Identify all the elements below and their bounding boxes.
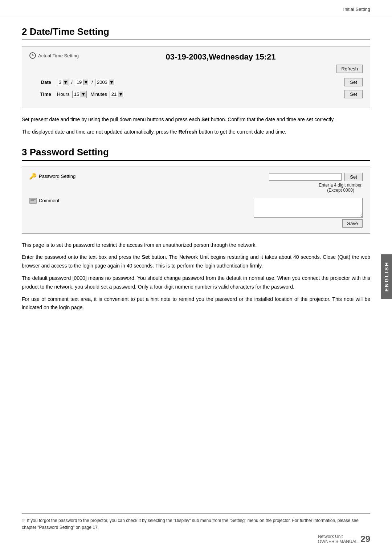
comment-icon: [29, 198, 37, 204]
footnote: ☞ If you forgot the password to the proj…: [22, 513, 370, 531]
footnote-text: If you forgot the password to the projec…: [22, 518, 359, 530]
side-tab: ENGLISH: [381, 254, 392, 299]
date-label: Date: [29, 79, 51, 85]
clock-icon: [29, 52, 36, 59]
section2-desc2: The displayed date and time are not upda…: [22, 128, 370, 136]
hours-dropdown[interactable]: 15 ▼: [72, 91, 87, 98]
save-button[interactable]: Save: [342, 219, 363, 228]
password-input[interactable]: [269, 173, 342, 181]
page-label: Network UnitOWNER'S MANUAL: [318, 534, 358, 544]
password-top-row: 🔑 Password Setting Set Enter a 4 digit n…: [29, 173, 363, 193]
section3-desc1: This page is to set the password to rest…: [22, 241, 370, 250]
section3-heading: 3 Password Setting: [22, 147, 370, 161]
sep1: /: [71, 79, 73, 85]
refresh-area: Refresh: [29, 65, 363, 73]
key-icon: 🔑: [29, 173, 37, 180]
side-tab-text: ENGLISH: [384, 261, 389, 291]
year-arrow[interactable]: ▼: [109, 79, 114, 85]
section2-title: 2 Date/Time Setting: [22, 26, 109, 37]
hours-value: 15: [74, 91, 79, 97]
svg-rect-1: [30, 199, 36, 200]
section2-desc1: Set present date and time by using the p…: [22, 115, 370, 124]
minutes-dropdown[interactable]: 21 ▼: [110, 91, 124, 98]
page-footer: ☞ If you forgot the password to the proj…: [0, 513, 392, 544]
set-inline-bold1: Set: [201, 117, 209, 122]
time-controls: Hours 15 ▼ Minutes 21 ▼: [57, 91, 344, 98]
refresh-inline-bold: Refresh: [179, 129, 197, 135]
comment-textarea[interactable]: [254, 198, 363, 218]
hours-arrow[interactable]: ▼: [81, 91, 86, 97]
current-datetime-display: 03-19-2003,Wednesday 15:21: [79, 52, 363, 62]
comment-row: Comment Save: [29, 198, 363, 228]
sep2: /: [91, 79, 93, 85]
password-input-row: Set: [269, 173, 363, 181]
password-panel: 🔑 Password Setting Set Enter a 4 digit n…: [22, 167, 370, 234]
date-controls: 3 ▼ / 19 ▼ / 2003 ▼: [57, 79, 344, 86]
svg-rect-2: [30, 200, 34, 201]
header-text: Initial Setting: [343, 7, 370, 12]
date-set-area: Set: [344, 78, 363, 86]
month-arrow[interactable]: ▼: [63, 79, 68, 85]
password-hint: Enter a 4 digit number. (Except 0000): [319, 183, 363, 193]
password-hint-line2: (Except 0000): [319, 188, 363, 193]
hours-label: Hours: [57, 91, 70, 97]
actual-time-label-area: Actual Time Setting: [29, 52, 79, 59]
password-label-text: Password Setting: [39, 174, 75, 179]
section3-title: 3 Password Setting: [22, 147, 109, 158]
section2-heading: 2 Date/Time Setting: [22, 26, 370, 40]
year-value: 2003: [97, 79, 107, 85]
minutes-label: Minutes: [90, 91, 107, 97]
date-set-button[interactable]: Set: [344, 78, 363, 86]
year-dropdown[interactable]: 2003 ▼: [95, 79, 115, 86]
footnote-symbol: ☞: [22, 518, 27, 523]
minutes-arrow[interactable]: ▼: [118, 91, 123, 97]
day-value: 19: [77, 79, 82, 85]
page-number: 29: [360, 534, 370, 544]
password-set-button[interactable]: Set: [344, 173, 363, 181]
password-label-area: 🔑 Password Setting: [29, 173, 75, 180]
comment-label-text: Comment: [39, 198, 59, 203]
set-inline-bold2: Set: [142, 254, 150, 260]
refresh-button[interactable]: Refresh: [336, 65, 363, 73]
save-btn-row: Save: [342, 219, 363, 228]
section3-desc3: The default password [0000] means no pas…: [22, 274, 370, 291]
password-hint-line1: Enter a 4 digit number.: [319, 183, 363, 188]
day-arrow[interactable]: ▼: [83, 79, 88, 85]
minutes-value: 21: [111, 91, 117, 97]
time-row: Time Hours 15 ▼ Minutes 21 ▼ Set: [29, 90, 363, 98]
time-label: Time: [29, 91, 51, 97]
datetime-top-row: Actual Time Setting 03-19-2003,Wednesday…: [29, 52, 363, 62]
page-number-area: Network UnitOWNER'S MANUAL 29: [22, 534, 370, 544]
day-dropdown[interactable]: 19 ▼: [75, 79, 89, 86]
page-header: Initial Setting: [0, 0, 392, 15]
comment-textarea-area: Save: [64, 198, 363, 228]
section3-desc2: Enter the password onto the text box and…: [22, 253, 370, 270]
comment-label-area: Comment: [29, 198, 59, 204]
section3-desc4: For use of comment text area, it is conv…: [22, 295, 370, 313]
actual-time-label-text: Actual Time Setting: [38, 53, 79, 58]
month-dropdown[interactable]: 3 ▼: [57, 79, 69, 86]
datetime-panel: Actual Time Setting 03-19-2003,Wednesday…: [22, 46, 370, 108]
time-set-button[interactable]: Set: [344, 90, 363, 98]
password-input-area: Set Enter a 4 digit number. (Except 0000…: [269, 173, 363, 193]
time-set-area: Set: [344, 90, 363, 98]
month-value: 3: [59, 79, 61, 85]
date-row: Date 3 ▼ / 19 ▼ / 2003 ▼: [29, 78, 363, 86]
